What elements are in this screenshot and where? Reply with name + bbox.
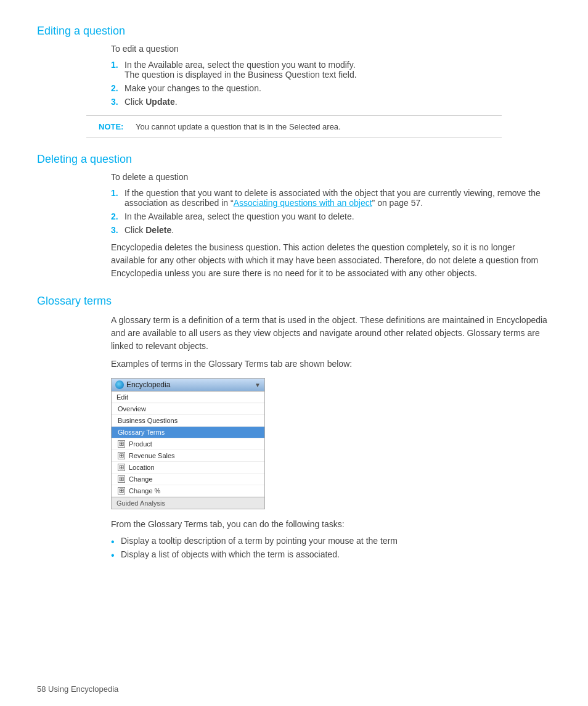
note-text: You cannot update a question that is in … bbox=[136, 122, 341, 131]
enc-row-business-questions: Business Questions bbox=[112, 415, 264, 427]
editing-steps: 1. In the Available area, select the que… bbox=[111, 60, 551, 107]
glossary-para2: Examples of terms in the Glossary Terms … bbox=[111, 358, 551, 371]
glossary-para1: A glossary term is a definition of a ter… bbox=[111, 314, 551, 353]
deleting-section: Deleting a question To delete a question… bbox=[37, 153, 551, 280]
enc-expand-change: ⊞ bbox=[118, 475, 125, 483]
editing-step-2: 2. Make your changes to the question. bbox=[111, 83, 551, 93]
enc-title: Encyclopedia bbox=[126, 380, 170, 389]
page-footer: 58 Using Encyclopedia bbox=[37, 684, 118, 694]
enc-row-overview: Overview bbox=[112, 403, 264, 415]
editing-heading: Editing a question bbox=[37, 25, 551, 38]
glossary-after-widget: From the Glossary Terms tab, you can do … bbox=[111, 518, 551, 531]
step-1-sub: The question is displayed in the Busines… bbox=[125, 70, 357, 80]
enc-row-change: ⊞Change bbox=[112, 474, 264, 485]
enc-row-revenue-sales: ⊞Revenue Sales bbox=[112, 450, 264, 462]
glossary-bullet-list: Display a tooltip description of a term … bbox=[111, 536, 551, 559]
delete-bold: Delete bbox=[145, 225, 171, 235]
note-box: NOTE: You cannot update a question that … bbox=[86, 115, 502, 138]
del-step-3-text: Click Delete. bbox=[125, 225, 174, 235]
update-bold: Update bbox=[145, 97, 174, 107]
enc-dropdown-icon: ▼ bbox=[255, 382, 261, 388]
deleting-step-2: 2. In the Available area, select the que… bbox=[111, 211, 551, 221]
deleting-heading: Deleting a question bbox=[37, 153, 551, 166]
enc-guided-analysis: Guided Analysis bbox=[112, 497, 264, 509]
editing-step-3: 3. Click Update. bbox=[111, 97, 551, 107]
step-2-text: Make your changes to the question. bbox=[125, 83, 261, 93]
enc-titlebar-left: Encyclopedia bbox=[115, 380, 170, 389]
del-step-num-3: 3. bbox=[111, 225, 118, 235]
enc-expand-location: ⊞ bbox=[118, 464, 125, 471]
deleting-steps: 1. If the question that you want to dele… bbox=[111, 188, 551, 235]
encyclopedia-widget: Encyclopedia ▼ Edit Overview Business Qu… bbox=[111, 378, 265, 509]
bullet-text-1: Display a tooltip description of a term … bbox=[121, 536, 398, 546]
enc-row-location: ⊞Location bbox=[112, 462, 264, 474]
step-1-text: In the Available area, select the questi… bbox=[125, 60, 357, 80]
bullet-item-1: Display a tooltip description of a term … bbox=[111, 536, 551, 546]
deleting-after-text: Encyclopedia deletes the business questi… bbox=[111, 241, 551, 280]
enc-expand-product: ⊞ bbox=[118, 440, 125, 448]
glossary-heading: Glossary terms bbox=[37, 295, 551, 308]
enc-expand-change-pct: ⊞ bbox=[118, 487, 125, 495]
deleting-step-3: 3. Click Delete. bbox=[111, 225, 551, 235]
note-label: NOTE: bbox=[99, 122, 129, 131]
deleting-step-1: 1. If the question that you want to dele… bbox=[111, 188, 551, 208]
step-num-2: 2. bbox=[111, 83, 118, 93]
del-step-num-2: 2. bbox=[111, 211, 118, 221]
editing-section: Editing a question To edit a question 1.… bbox=[37, 25, 551, 138]
deleting-intro: To delete a question bbox=[111, 172, 551, 182]
editing-step-1: 1. In the Available area, select the que… bbox=[111, 60, 551, 80]
enc-row-product: ⊞Product bbox=[112, 438, 264, 450]
step-num-3: 3. bbox=[111, 97, 118, 107]
del-step-2-text: In the Available area, select the questi… bbox=[125, 211, 354, 221]
enc-titlebar: Encyclopedia ▼ bbox=[112, 379, 264, 392]
del-step-num-1: 1. bbox=[111, 188, 118, 198]
step-3-text: Click Update. bbox=[125, 97, 178, 107]
assoc-link[interactable]: Associating questions with an object bbox=[234, 198, 372, 208]
enc-row-glossary-terms: Glossary Terms bbox=[112, 427, 264, 438]
glossary-section: Glossary terms A glossary term is a defi… bbox=[37, 295, 551, 559]
enc-expand-revenue: ⊞ bbox=[118, 452, 125, 459]
enc-globe-icon bbox=[115, 380, 124, 389]
bullet-item-2: Display a list of objects with which the… bbox=[111, 549, 551, 559]
step-num-1: 1. bbox=[111, 60, 118, 70]
bullet-text-2: Display a list of objects with which the… bbox=[121, 549, 340, 559]
enc-menu-edit: Edit bbox=[112, 392, 264, 403]
enc-row-change-pct: ⊞Change % bbox=[112, 485, 264, 497]
editing-intro: To edit a question bbox=[111, 44, 551, 54]
del-step-1-text: If the question that you want to delete … bbox=[125, 188, 541, 208]
